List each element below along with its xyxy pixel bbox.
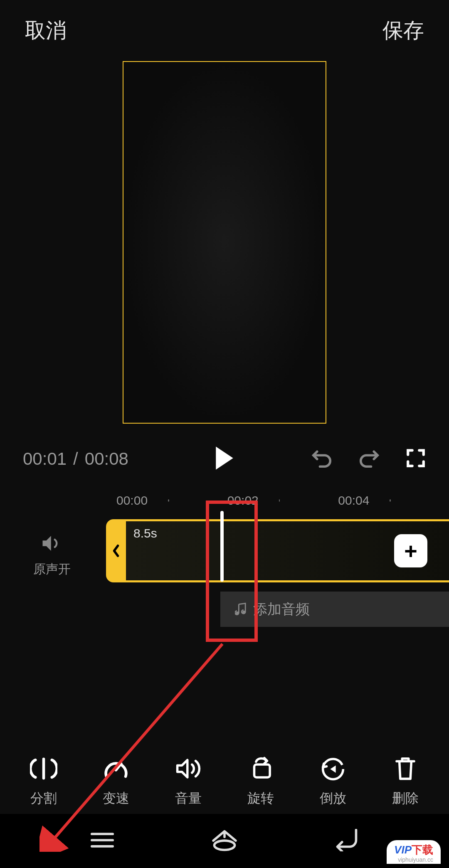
chevron-left-icon bbox=[112, 544, 120, 558]
watermark-text: 下载 bbox=[412, 843, 433, 856]
time-marker: 00:04 bbox=[338, 493, 392, 508]
nav-menu-button[interactable] bbox=[89, 830, 116, 852]
delete-button[interactable]: 删除 bbox=[378, 756, 432, 808]
rotate-icon bbox=[248, 756, 274, 781]
time-separator: / bbox=[73, 449, 78, 469]
split-icon bbox=[30, 756, 57, 781]
home-icon bbox=[210, 829, 239, 852]
plus-icon: + bbox=[404, 538, 417, 564]
reverse-button[interactable]: 倒放 bbox=[306, 756, 360, 808]
speed-label: 变速 bbox=[103, 789, 129, 808]
timeline-playhead[interactable] bbox=[220, 511, 224, 582]
add-clip-button[interactable]: + bbox=[394, 534, 427, 567]
watermark-sub: viphuiyuan.cc bbox=[394, 856, 433, 863]
nav-home-button[interactable] bbox=[210, 829, 239, 853]
split-label: 分割 bbox=[30, 789, 57, 808]
video-preview-frame[interactable] bbox=[123, 61, 326, 424]
cancel-button[interactable]: 取消 bbox=[25, 17, 67, 44]
rotate-button[interactable]: 旋转 bbox=[234, 756, 288, 808]
back-icon bbox=[333, 829, 360, 851]
undo-icon bbox=[311, 447, 333, 469]
video-preview-area bbox=[0, 57, 449, 436]
play-icon bbox=[214, 446, 235, 471]
redo-icon bbox=[358, 447, 380, 469]
svg-point-0 bbox=[236, 612, 239, 615]
volume-label: 音量 bbox=[175, 789, 202, 808]
speed-button[interactable]: 变速 bbox=[89, 756, 143, 808]
volume-icon bbox=[175, 756, 202, 781]
delete-label: 删除 bbox=[392, 789, 419, 808]
speed-icon bbox=[103, 756, 129, 781]
rotate-label: 旋转 bbox=[247, 789, 274, 808]
time-marker: 00:02 bbox=[227, 493, 281, 508]
play-button[interactable] bbox=[214, 446, 235, 472]
current-time: 00:01 bbox=[23, 449, 67, 469]
svg-rect-4 bbox=[254, 764, 270, 777]
volume-button[interactable]: 音量 bbox=[161, 756, 215, 808]
time-marker-dot bbox=[390, 499, 391, 502]
time-display: 00:01 / 00:08 bbox=[23, 449, 128, 469]
add-audio-label: 添加音频 bbox=[253, 600, 310, 619]
trash-icon bbox=[394, 756, 417, 781]
sound-toggle-button[interactable]: 原声开 bbox=[33, 534, 71, 578]
watermark-brand: VIP bbox=[394, 843, 412, 856]
watermark: VIP下载 viphuiyuan.cc bbox=[387, 840, 441, 864]
svg-line-2 bbox=[50, 644, 222, 843]
split-button[interactable]: 分割 bbox=[17, 756, 71, 808]
fullscreen-icon bbox=[405, 448, 426, 469]
timeline-ruler: 00:00 00:02 00:04 bbox=[0, 490, 449, 511]
svg-point-1 bbox=[242, 610, 246, 614]
menu-icon bbox=[89, 830, 116, 850]
clip-left-handle[interactable] bbox=[106, 519, 126, 582]
sound-toggle-label: 原声开 bbox=[33, 561, 71, 578]
music-note-icon bbox=[235, 602, 247, 616]
nav-back-button[interactable] bbox=[333, 829, 360, 853]
add-audio-button[interactable]: 添加音频 bbox=[220, 592, 449, 627]
svg-point-9 bbox=[214, 841, 234, 850]
video-clip-track[interactable]: 8.5s + bbox=[106, 519, 449, 582]
total-time: 00:08 bbox=[85, 449, 128, 469]
time-marker: 00:00 bbox=[116, 493, 170, 508]
reverse-icon bbox=[320, 756, 346, 781]
undo-button[interactable] bbox=[311, 447, 333, 471]
fullscreen-button[interactable] bbox=[405, 448, 426, 470]
redo-button[interactable] bbox=[358, 447, 380, 471]
save-button[interactable]: 保存 bbox=[382, 17, 424, 44]
time-marker-dot bbox=[168, 499, 169, 502]
reverse-label: 倒放 bbox=[320, 789, 346, 808]
speaker-icon bbox=[33, 534, 71, 555]
